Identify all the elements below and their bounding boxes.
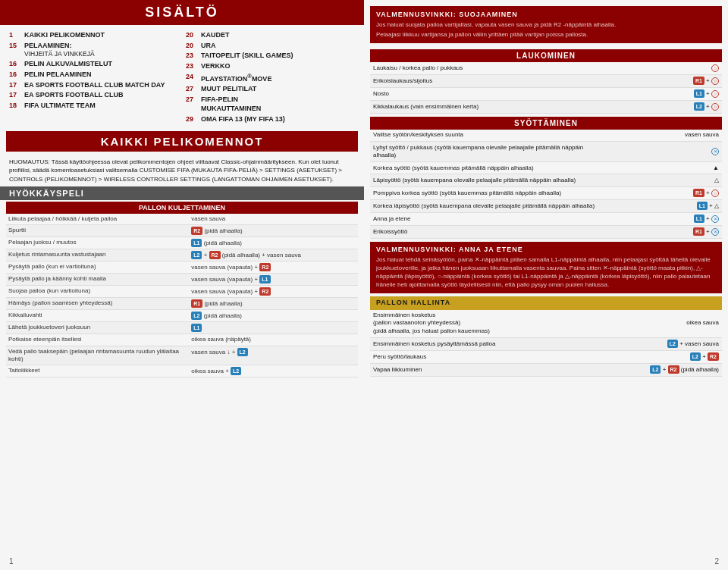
huomautus-text: HUOMAUTUS: Tässä käyttöohjeessa olevat p… bbox=[0, 155, 364, 186]
r1-badge: R1 bbox=[693, 189, 704, 197]
r2-badge: R2 bbox=[209, 251, 221, 259]
menu-item-23a: 23 TAITOPELIT (SKILL GAMES) bbox=[186, 52, 355, 61]
menu-item-29: 29 OMA FIFA 13 (MY FIFA 13) bbox=[186, 115, 355, 124]
table-row: Kikkalaukaus (vain ensimmäinen kerta) L2… bbox=[370, 100, 722, 113]
page-right: VALMENNUSVINKKI: SUOJAAMINEN Jos haluat … bbox=[364, 0, 728, 570]
menu-item-20b: 20 URA bbox=[186, 42, 355, 51]
valmennusvinkki1-text2: Pelaajasi liikkuu vartijansa ja pallon v… bbox=[376, 30, 716, 39]
r1-badge: R1 bbox=[693, 77, 704, 85]
l1-badge: L1 bbox=[191, 324, 202, 332]
table-row: Kuljetus rintamasuunta vastustajaan L2 +… bbox=[6, 249, 358, 262]
valmennusvinkki2-box: VALMENNUSVINKKI: ANNA JA ETENE Jos halua… bbox=[370, 242, 722, 293]
menu-item-16a: 16 PELIN ALKUVALMISTELUT bbox=[9, 60, 178, 69]
circle-button: ○ bbox=[711, 64, 719, 72]
valmennusvinkki2-title: VALMENNUSVINKKI: ANNA JA ETENE bbox=[376, 246, 716, 253]
table-row: Ensimmäinen kosketus(pallon vastaanoton … bbox=[370, 310, 722, 338]
circle-button: ○ bbox=[711, 189, 719, 197]
r1-badge: R1 bbox=[191, 299, 202, 308]
l2-badge: L2 bbox=[231, 367, 241, 375]
l2-badge: L2 bbox=[191, 251, 202, 259]
table-row: Taitoliikkeet oikea sauva + L2 bbox=[6, 365, 358, 377]
table-row: Kikkailuvahti L2 (pidä alhaalla) bbox=[6, 310, 358, 322]
menu-item-1: 1 KAIKKI PELIKOMENNOT bbox=[9, 31, 178, 40]
page-left: SISÄLTÖ 1 KAIKKI PELIKOMENNOT 15 PELAAMI… bbox=[0, 0, 364, 570]
table-row: Peru syöttö/laukaus L2 + R2 bbox=[370, 350, 722, 363]
table-row: Nosto L1 + ○ bbox=[370, 87, 722, 100]
menu-item-27a: 27 MUUT PELITILAT bbox=[186, 85, 355, 94]
table-row: Läpisyöttö (syötä kauempana olevalle pel… bbox=[370, 174, 722, 186]
table-row: Ensimmäinen kosketus pysäyttämässä pallo… bbox=[370, 337, 722, 350]
table-row: Vedä pallo taaksepäin (pelaajan rintamas… bbox=[6, 346, 358, 365]
table-row: Lyhyt syöttö / pukkaus (syötä kauempana … bbox=[370, 142, 722, 162]
circle-button: ○ bbox=[711, 90, 719, 98]
l2-badge: L2 bbox=[650, 365, 661, 374]
l1-badge: L1 bbox=[259, 275, 270, 283]
menu-item-27b: 27 FIFA-PELINMUKAUTTAMINEN bbox=[186, 96, 355, 113]
valmennusvinkki1-title: VALMENNUSVINKKI: SUOJAAMINEN bbox=[376, 11, 716, 18]
circle-button: ○ bbox=[711, 77, 719, 85]
l2-badge: L2 bbox=[690, 352, 701, 361]
table-row: Vapaa liikkuminen L2 + R2 (pidä alhaalla… bbox=[370, 363, 722, 376]
l1-badge: L1 bbox=[191, 239, 202, 247]
kaikki-title: KAIKKI PELIKOMENNOT bbox=[6, 131, 358, 152]
table-row: Suojaa palloa (kun vartioituna) vasen sa… bbox=[6, 286, 358, 298]
table-row: Erikoislaukaus/sijoitus R1 + ○ bbox=[370, 74, 722, 87]
table-row: Spurtti R2 (pidä alhaalla) bbox=[6, 225, 358, 237]
r2-badge: R2 bbox=[259, 263, 271, 271]
r2-badge: R2 bbox=[708, 352, 719, 361]
table-row: Pysäytä pallo ja käänny kohti maalia vas… bbox=[6, 274, 358, 286]
pallon-hallinta-table: Ensimmäinen kosketus(pallon vastaanoton … bbox=[370, 310, 722, 377]
valmennusvinkki1-box: VALMENNUSVINKKI: SUOJAAMINEN Jos haluat … bbox=[370, 6, 722, 43]
hyokkayspeli-header: HYÖKKÄYSPELI bbox=[0, 186, 364, 200]
menu-item-18: 18 FIFA ULTIMATE TEAM bbox=[9, 102, 178, 111]
table-row: Valitse syötön/keskityksen suunta vasen … bbox=[370, 130, 722, 142]
menu-right: 20 KAUDET 20 URA 23 TAITOPELIT (SKILL GA… bbox=[186, 31, 355, 125]
pallon-header: PALLON KULJETTAMINEN bbox=[6, 202, 358, 214]
cross-button: ✕ bbox=[711, 228, 719, 236]
table-row: Korkea syöttö (syötä kauemmas pitämällä … bbox=[370, 162, 722, 174]
page-number-right: 2 bbox=[714, 557, 719, 565]
valmennusvinkki2-text: Jos haluat tehdä seinäsyötön, paina ✕-nä… bbox=[376, 255, 716, 290]
r1-badge: R1 bbox=[693, 227, 704, 236]
content-columns: 1 KAIKKI PELIKOMENNOT 15 PELAAMINEN: VIH… bbox=[0, 25, 364, 128]
table-row: Korkea läpisyöttö (syötä kauempana oleva… bbox=[370, 199, 722, 212]
l2-badge: L2 bbox=[694, 102, 704, 111]
moves-table: Liikuta pelaajaa / hölkkää / kuljeta pal… bbox=[6, 214, 358, 378]
table-row: Lähetä joukkuetoveri juoksuun L1 bbox=[6, 322, 358, 334]
r2-badge: R2 bbox=[191, 227, 202, 235]
laukominen-table: Laukaisu / korkea pallo / pukkaus ○ Erik… bbox=[370, 62, 722, 114]
l1-badge: L1 bbox=[694, 89, 704, 98]
table-row: Pelaajan juoksu / muutos L1 (pidä alhaal… bbox=[6, 237, 358, 249]
syottaminen-header: SYÖTTÄMINEN bbox=[370, 117, 722, 130]
l2-badge: L2 bbox=[191, 312, 202, 320]
table-row: Laukaisu / korkea pallo / pukkaus ○ bbox=[370, 62, 722, 74]
r2-badge: R2 bbox=[668, 365, 679, 374]
menu-item-17b: 17 EA SPORTS FOOTBALL CLUB bbox=[9, 91, 178, 100]
table-row: Potkaise eteenpäin itsellesi oikea sauva… bbox=[6, 334, 358, 346]
table-row: Anna ja etene L1 + ✕ bbox=[370, 212, 722, 225]
menu-item-23b: 23 VERKKO bbox=[186, 62, 355, 71]
table-row: Pomppiva korkea syöttö (syötä kauemmas p… bbox=[370, 186, 722, 199]
l1-badge: L1 bbox=[694, 215, 704, 223]
table-row: Liikuta pelaajaa / hölkkää / kuljeta pal… bbox=[6, 214, 358, 225]
valmennusvinkki1-text1: Jos haluat suojata palloa vartijaltasi, … bbox=[376, 20, 716, 29]
menu-item-24: 24 PLAYSTATION®MOVE bbox=[186, 73, 355, 84]
cross-button: ✕ bbox=[711, 148, 719, 155]
table-row: Pysäytä pallo (kun ei vartioituna) vasen… bbox=[6, 262, 358, 274]
page-number-left: 1 bbox=[9, 557, 14, 565]
pallon-hallinta-box: PALLON HALLINTA bbox=[370, 296, 722, 310]
table-row: Erikoissyöttö R1 + ✕ bbox=[370, 225, 722, 238]
syottaminen-table: Valitse syötön/keskityksen suunta vasen … bbox=[370, 130, 722, 239]
l2-badge: L2 bbox=[237, 348, 248, 356]
cross-button: ✕ bbox=[711, 215, 719, 223]
menu-left: 1 KAIKKI PELIKOMENNOT 15 PELAAMINEN: VIH… bbox=[9, 31, 178, 125]
menu-item-16b: 16 PELIN PELAAMINEN bbox=[9, 70, 178, 80]
laukominen-header: LAUKOMINEN bbox=[370, 49, 722, 62]
menu-item-15: 15 PELAAMINEN: VIHJEITÄ JA VINKKEJÄ bbox=[9, 42, 178, 59]
sisalto-title: SISÄLTÖ bbox=[0, 0, 364, 25]
menu-item-17a: 17 EA SPORTS FOOTBALL CLUB MATCH DAY bbox=[9, 81, 178, 90]
l1-badge: L1 bbox=[697, 202, 708, 210]
r2-badge: R2 bbox=[259, 287, 271, 296]
menu-item-20a: 20 KAUDET bbox=[186, 31, 355, 40]
table-row: Hämäys (pallon saamisen yhteydessä) R1 (… bbox=[6, 298, 358, 310]
